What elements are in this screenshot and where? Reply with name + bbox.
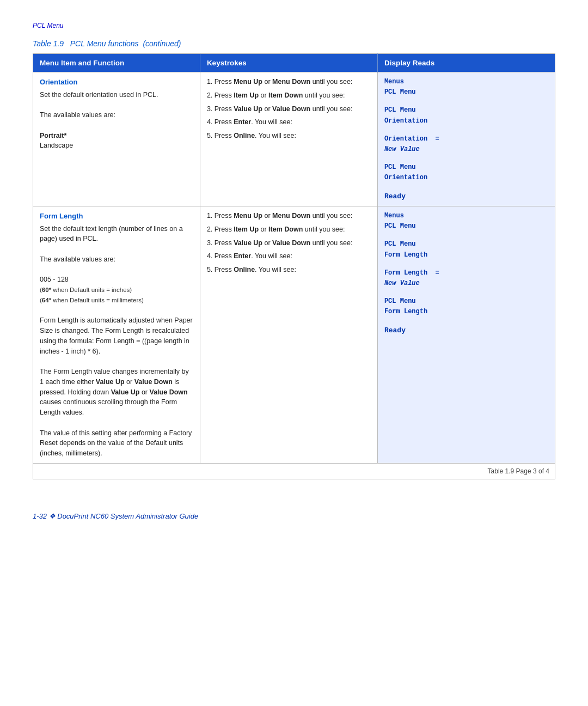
orientation-display4: PCL MenuOrientation: [384, 162, 548, 183]
orientation-desc1: Set the default orientation used in PCL.: [40, 91, 158, 99]
orientation-step3: 3. Press Value Up or Value Down until yo…: [207, 104, 371, 114]
formlength-display4: PCL MenuForm Length: [384, 296, 548, 317]
orientation-display2: PCL MenuOrientation: [384, 105, 548, 126]
formlength-title: Form Length: [40, 211, 193, 222]
formlength-step5: 5. Press Online. You will see:: [207, 265, 371, 275]
table-title-suffix: (continued): [143, 39, 181, 48]
page-footer: 1-32 ❖ DocuPrint NC60 System Administrat…: [33, 512, 555, 520]
orientation-desc2: The available values are:: [40, 111, 115, 119]
orientation-display1: MenusPCL Menu: [384, 77, 548, 98]
formlength-display5: Ready: [384, 325, 548, 336]
page-breadcrumb: PCL Menu: [33, 22, 555, 29]
formlength-step1: 1. Press Menu Up or Menu Down until you …: [207, 211, 371, 221]
menu-item-orientation: Orientation Set the default orientation …: [33, 72, 200, 206]
orientation-step5: 5. Press Online. You will see:: [207, 131, 371, 141]
orientation-values: Portrait*Landscape: [40, 132, 73, 150]
formlength-keystrokes: 1. Press Menu Up or Menu Down until you …: [200, 206, 377, 464]
formlength-desc5: The value of this setting after performi…: [40, 429, 192, 458]
table-row: Form Length Set the default text length …: [33, 206, 555, 464]
menu-item-formlength: Form Length Set the default text length …: [33, 206, 200, 464]
formlength-step3: 3. Press Value Up or Value Down until yo…: [207, 238, 371, 248]
formlength-step2: 2. Press Item Up or Item Down until you …: [207, 224, 371, 235]
pcl-menu-table: Menu Item and Function Keystrokes Displa…: [33, 53, 555, 479]
formlength-desc1: Set the default text length (number of l…: [40, 225, 183, 243]
col-header-keys: Keystrokes: [200, 54, 377, 72]
orientation-display3: Orientation =New Value: [384, 134, 548, 155]
formlength-desc3: Form Length is automatically adjusted wh…: [40, 317, 193, 355]
table-title: Table 1.9 PCL Menu functions (continued): [33, 39, 555, 48]
formlength-step4: 4. Press Enter. You will see:: [207, 251, 371, 261]
formlength-display2: PCL MenuForm Length: [384, 239, 548, 260]
orientation-title: Orientation: [40, 77, 193, 88]
orientation-step2: 2. Press Item Up or Item Down until you …: [207, 90, 371, 101]
orientation-display5: Ready: [384, 191, 548, 202]
orientation-keystrokes: 1. Press Menu Up or Menu Down until you …: [200, 72, 377, 206]
table-footer-row: Table 1.9 Page 3 of 4: [33, 463, 555, 479]
formlength-desc2: The available values are:: [40, 255, 115, 263]
formlength-display1: MenusPCL Menu: [384, 211, 548, 232]
formlength-desc4: The Form Length value changes incrementa…: [40, 368, 189, 416]
orientation-displays: MenusPCL Menu PCL MenuOrientation Orient…: [377, 72, 555, 206]
col-header-display: Display Reads: [377, 54, 555, 72]
col-header-menu: Menu Item and Function: [33, 54, 200, 72]
table-title-prefix: Table 1.9: [33, 39, 64, 48]
orientation-step4: 4. Press Enter. You will see:: [207, 117, 371, 127]
table-footer-text: Table 1.9 Page 3 of 4: [488, 467, 549, 475]
formlength-values: 005 - 128 (60* when Default units = inch…: [40, 276, 144, 304]
table-title-main: PCL Menu functions: [70, 39, 139, 48]
orientation-step1: 1. Press Menu Up or Menu Down until you …: [207, 77, 371, 87]
table-row: Orientation Set the default orientation …: [33, 72, 555, 206]
formlength-displays: MenusPCL Menu PCL MenuForm Length Form L…: [377, 206, 555, 464]
formlength-display3: Form Length =New Value: [384, 268, 548, 289]
